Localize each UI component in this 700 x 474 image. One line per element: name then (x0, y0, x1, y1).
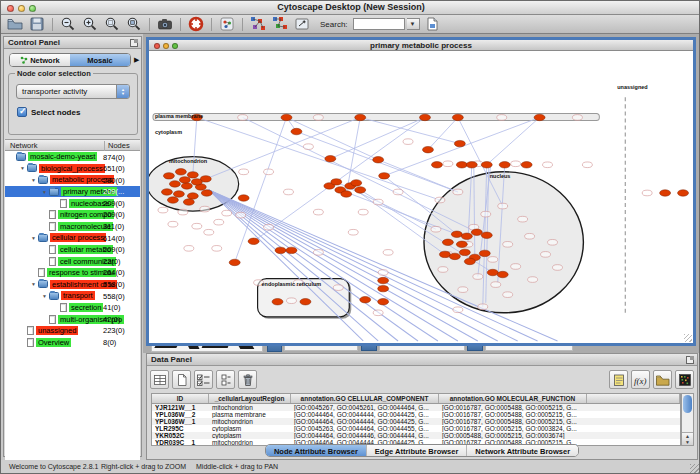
tree-row[interactable]: response to stimulu264(0) (5, 267, 140, 279)
network-node-selected[interactable] (169, 181, 180, 187)
zoom-fit-button[interactable] (124, 16, 144, 33)
network-node-unselected[interactable] (373, 199, 383, 205)
network-node-selected[interactable] (238, 195, 249, 201)
tab-overflow-arrow[interactable]: ▶ (134, 56, 139, 64)
delete-attribute-button[interactable] (238, 370, 257, 389)
attribute-file-button[interactable] (422, 16, 442, 33)
tree-row[interactable]: mosaic-demo-yeast874(0) (5, 151, 140, 163)
network-node-unselected[interactable] (333, 285, 343, 291)
zoom-in-button[interactable] (80, 16, 100, 33)
network-node-unselected[interactable] (503, 242, 513, 248)
network-node-unselected[interactable] (443, 161, 453, 167)
network-node-unselected[interactable] (503, 292, 513, 298)
network-node-unselected[interactable] (158, 207, 168, 213)
snapshot-button[interactable] (155, 16, 175, 33)
network-node-unselected[interactable] (497, 115, 507, 121)
network-node-unselected[interactable] (458, 287, 468, 293)
network-node-unselected[interactable] (435, 197, 445, 203)
network-node-selected[interactable] (378, 298, 389, 304)
vizmapper-button[interactable] (217, 16, 237, 33)
import-attributes-button[interactable] (653, 370, 672, 389)
network-node-unselected[interactable] (543, 162, 553, 168)
network-node-selected[interactable] (248, 238, 259, 244)
attribute-notes-button[interactable] (609, 370, 628, 389)
open-session-button[interactable] (5, 16, 25, 33)
network-node-unselected[interactable] (438, 267, 448, 273)
network-node-unselected[interactable] (525, 233, 535, 239)
network-layout-button[interactable] (270, 16, 290, 33)
column-header[interactable]: ID (152, 394, 209, 403)
column-header[interactable]: annotation.GO CELLULAR_COMPONENT (291, 394, 439, 403)
new-attribute-button[interactable] (172, 370, 191, 389)
network-node-selected[interactable] (534, 114, 545, 120)
network-node-selected[interactable] (521, 162, 532, 168)
network-node-unselected[interactable] (303, 144, 313, 150)
network-node-unselected[interactable] (488, 257, 498, 263)
network-node-selected[interactable] (481, 232, 492, 238)
network-node-selected[interactable] (466, 162, 477, 168)
network-node-selected[interactable] (431, 162, 442, 168)
float-panel-icon[interactable] (686, 356, 694, 364)
network-node-unselected[interactable] (553, 265, 563, 271)
browser-tab[interactable]: Network Attribute Browser (467, 445, 578, 456)
disclosure-triangle-icon[interactable]: ▼ (40, 189, 49, 195)
network-node-selected[interactable] (379, 173, 390, 179)
network-node-selected[interactable] (187, 193, 198, 199)
network-node-selected[interactable] (464, 258, 475, 264)
network-node-selected[interactable] (456, 241, 467, 247)
network-node-unselected[interactable] (572, 115, 582, 121)
network-node-selected[interactable] (183, 199, 194, 205)
network-node-unselected[interactable] (541, 252, 551, 258)
network-node-unselected[interactable] (286, 298, 296, 304)
network-node-unselected[interactable] (403, 139, 413, 145)
network-node-unselected[interactable] (511, 161, 521, 167)
network-node-unselected[interactable] (313, 209, 323, 215)
attribute-table-header[interactable]: ID_cellularLayoutRegionannotation.GO CEL… (152, 394, 680, 404)
search-input[interactable] (353, 18, 405, 30)
network-node-unselected[interactable] (453, 307, 463, 313)
network-node-selected[interactable] (291, 128, 302, 134)
network-node-unselected[interactable] (358, 209, 368, 215)
network-node-selected[interactable] (191, 179, 202, 185)
table-row[interactable]: YKR052Ccytoplasm[GO:0044464, GO:0044446,… (152, 432, 680, 439)
table-row[interactable]: YJR121W__1mitochondrion[GO:0045267, GO:0… (152, 404, 680, 411)
network-node-unselected[interactable] (473, 274, 483, 280)
search-options-dropdown[interactable]: ▼ (407, 18, 420, 30)
tree-row[interactable]: ▼transport558(0) (5, 290, 140, 302)
network-node-unselected[interactable] (491, 282, 501, 288)
network-node-unselected[interactable] (214, 219, 224, 225)
network-node-unselected[interactable] (222, 210, 232, 216)
annotation-button[interactable] (292, 16, 312, 33)
network-node-selected[interactable] (161, 189, 172, 195)
network-graph[interactable]: plasma membranecytoplasmmitochondrionnuc… (149, 51, 693, 343)
tree-row[interactable]: ▼primary metabo209(... (5, 186, 140, 198)
network-node-unselected[interactable] (284, 189, 294, 195)
tree-row[interactable]: nitrogen compo209(0) (5, 209, 140, 221)
disclosure-triangle-icon[interactable]: ▼ (29, 235, 38, 241)
network-node-selected[interactable] (325, 156, 336, 162)
network-node-selected[interactable] (459, 249, 470, 255)
network-node-selected[interactable] (272, 298, 283, 304)
column-header[interactable]: annotation.GO MOLECULAR_FUNCTION (439, 394, 587, 403)
network-node-unselected[interactable] (239, 169, 249, 175)
network-node-unselected[interactable] (528, 277, 538, 283)
disclosure-triangle-icon[interactable]: ▼ (40, 293, 49, 299)
zoom-selected-button[interactable] (102, 16, 122, 33)
network-node-selected[interactable] (461, 233, 472, 239)
network-node-selected[interactable] (481, 162, 492, 168)
network-node-selected[interactable] (360, 296, 371, 302)
network-node-selected[interactable] (281, 114, 292, 120)
network-node-selected[interactable] (181, 183, 192, 189)
resize-grip-icon[interactable] (684, 334, 692, 342)
network-node-selected[interactable] (471, 229, 482, 235)
network-node-selected[interactable] (378, 277, 389, 283)
network-node-selected[interactable] (341, 191, 352, 197)
network-node-selected[interactable] (355, 187, 366, 193)
network-node-selected[interactable] (163, 173, 174, 179)
table-row[interactable]: YLR295Ccytoplasm[GO:0045263, GO:0044464,… (152, 425, 680, 432)
network-node-unselected[interactable] (383, 250, 393, 256)
tree-row[interactable]: ▼metabolic process280(0) (5, 174, 140, 186)
network-node-selected[interactable] (300, 298, 311, 304)
float-panel-icon[interactable] (130, 39, 138, 47)
tree-row[interactable]: macromolecule311(0) (5, 221, 140, 233)
